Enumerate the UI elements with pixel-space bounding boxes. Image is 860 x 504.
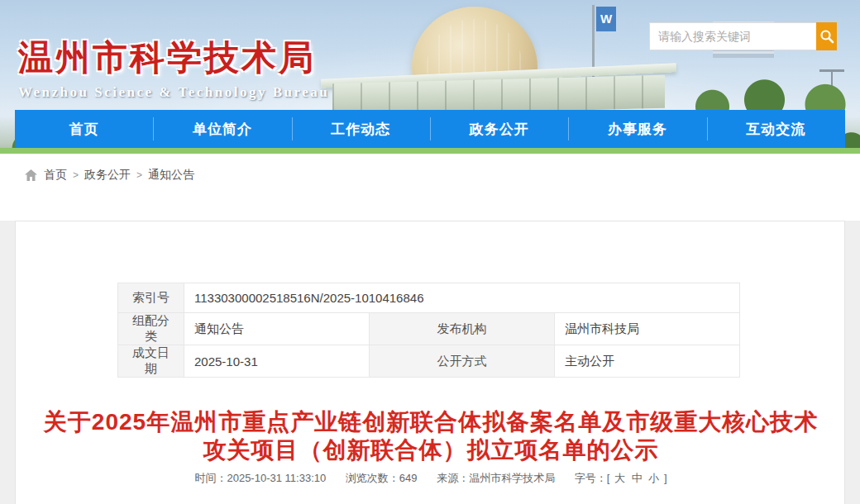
- nav-accent-strip: [0, 148, 860, 154]
- fontsize-large-button[interactable]: 大: [614, 472, 625, 484]
- article-title: 关于2025年温州市重点产业链创新联合体拟备案名单及市级重大核心技术攻关项目（创…: [41, 408, 821, 464]
- fontsize-medium-button[interactable]: 中: [632, 472, 643, 484]
- site-subtitle: Wenzhou Science & Technology Bureau: [18, 84, 329, 101]
- table-row: 成文日期 2025-10-31 公开方式 主动公开: [118, 345, 740, 378]
- nav-item-interaction[interactable]: 互动交流: [707, 110, 845, 148]
- info-value-openness: 主动公开: [555, 345, 740, 378]
- site-brand[interactable]: 温州市科学技术局 Wenzhou Science & Technology Bu…: [18, 35, 329, 101]
- flag-sign: W: [596, 7, 616, 31]
- nav-item-home[interactable]: 首页: [15, 110, 153, 148]
- site-title: 温州市科学技术局: [18, 35, 329, 81]
- info-label-date: 成文日期: [118, 345, 184, 378]
- breadcrumb-home[interactable]: 首页: [44, 168, 67, 183]
- nav-item-services[interactable]: 办事服务: [568, 110, 706, 148]
- info-label-openness: 公开方式: [370, 345, 555, 378]
- meta-fontsize: 字号：[ 大 中 小 ]: [575, 472, 667, 484]
- info-value-issuer: 温州市科技局: [555, 313, 740, 345]
- table-row: 索引号 11330300002518516N/2025-1010416846: [118, 283, 740, 313]
- home-icon: [25, 169, 37, 181]
- breadcrumb-separator: >: [73, 169, 79, 181]
- search-icon: [819, 29, 834, 44]
- search-button[interactable]: [816, 22, 837, 50]
- info-value-index: 11330300002518516N/2025-1010416846: [184, 283, 740, 313]
- info-value-category: 通知公告: [184, 313, 370, 345]
- info-label-issuer: 发布机构: [370, 313, 555, 345]
- info-label-category: 组配分类: [118, 313, 184, 345]
- page: W 温州市科学技术局 Wenzhou Science & Technology …: [0, 0, 860, 504]
- breadcrumb-disclosure[interactable]: 政务公开: [84, 168, 131, 183]
- meta-time: 时间：2025-10-31 11:33:10: [194, 472, 326, 484]
- nav-item-news[interactable]: 工作动态: [292, 110, 430, 148]
- nav-item-disclosure[interactable]: 政务公开: [430, 110, 568, 148]
- document-info-table: 索引号 11330300002518516N/2025-1010416846 组…: [117, 283, 740, 378]
- info-value-date: 2025-10-31: [184, 345, 370, 378]
- breadcrumb-band: 首页 > 政务公开 > 通知公告: [0, 154, 860, 221]
- table-row: 组配分类 通知公告 发布机构 温州市科技局: [118, 313, 740, 345]
- fontsize-small-button[interactable]: 小: [648, 472, 659, 484]
- main-nav: 首页 单位简介 工作动态 政务公开 办事服务 互动交流: [15, 110, 845, 148]
- meta-views: 浏览次数：649: [346, 472, 418, 484]
- nav-item-about[interactable]: 单位简介: [153, 110, 291, 148]
- search-input[interactable]: [649, 22, 816, 50]
- article-meta: 时间：2025-10-31 11:33:10 浏览次数：649 来源：温州市科学…: [16, 471, 846, 486]
- search-bar: [649, 22, 837, 50]
- article-card: 索引号 11330300002518516N/2025-1010416846 组…: [15, 221, 845, 504]
- breadcrumb: 首页 > 政务公开 > 通知公告: [25, 168, 194, 183]
- breadcrumb-notices[interactable]: 通知公告: [148, 168, 194, 183]
- content-background: 索引号 11330300002518516N/2025-1010416846 组…: [0, 221, 860, 504]
- info-label-index: 索引号: [118, 283, 184, 313]
- meta-source: 来源：温州市科学技术局: [437, 472, 555, 484]
- breadcrumb-separator: >: [136, 169, 142, 181]
